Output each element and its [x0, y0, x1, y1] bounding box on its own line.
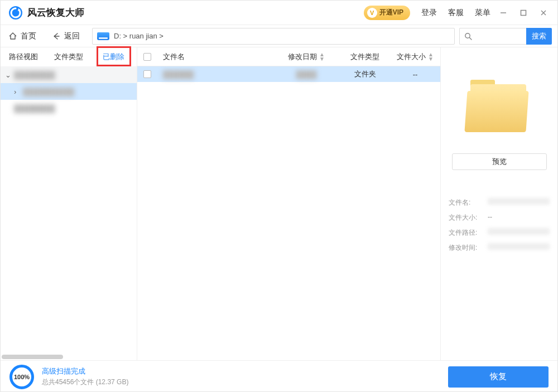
search-input[interactable]	[472, 32, 522, 40]
progress-ring: 100%	[9, 365, 34, 389]
drive-icon	[97, 32, 109, 40]
status-title: 高级扫描完成	[42, 366, 128, 376]
cell-date: ████	[296, 70, 317, 79]
left-tabs: 路径视图 文件类型 已删除	[1, 47, 137, 66]
meta-size-label: 文件大小:	[449, 213, 484, 222]
search-button[interactable]: 搜索	[526, 28, 552, 45]
back-button[interactable]: 返回	[44, 25, 88, 47]
back-label: 返回	[64, 31, 80, 41]
sort-icon: ▲▼	[428, 52, 434, 61]
checkbox-icon[interactable]	[143, 53, 151, 61]
cell-type: 文件夹	[340, 69, 390, 79]
scrollbar-thumb[interactable]	[2, 355, 63, 359]
login-link[interactable]: 登录	[421, 8, 437, 18]
meta-mtime-value	[488, 243, 550, 250]
vip-button[interactable]: V 开通VIP	[364, 6, 410, 20]
meta-filename-label: 文件名:	[449, 198, 484, 207]
close-button[interactable]	[536, 6, 551, 20]
preview-panel: 预览 文件名: 文件大小:-- 文件路径: 修改时间:	[440, 47, 557, 360]
home-icon	[8, 32, 17, 41]
tree-row[interactable]: › ██████████	[1, 83, 137, 100]
folder-tree[interactable]: ⌄ ████████ › ██████████ ████████	[1, 66, 137, 360]
back-arrow-icon	[52, 32, 61, 41]
minimize-button[interactable]	[496, 6, 511, 20]
app-logo: 风云恢复大师	[8, 6, 84, 20]
header-type[interactable]: 文件类型	[340, 47, 390, 66]
tree-row[interactable]: ⌄ ████████	[1, 66, 137, 83]
svg-rect-2	[521, 10, 526, 15]
chevron-right-icon[interactable]: ›	[14, 88, 20, 96]
app-logo-icon	[8, 6, 23, 20]
path-box[interactable]: D: > ruan jian >	[92, 28, 455, 45]
table-body[interactable]: ██████ ████ 文件夹 --	[137, 66, 440, 360]
tree-row[interactable]: ████████	[1, 100, 137, 117]
folder-preview-icon	[466, 81, 533, 137]
table-header: 文件名 修改日期▲▼ 文件类型 文件大小▲▼	[137, 47, 440, 66]
header-date[interactable]: 修改日期▲▼	[273, 47, 340, 66]
toolbar: 首页 返回 D: > ruan jian > 搜索	[1, 25, 557, 47]
meta-path-label: 文件路径:	[449, 228, 484, 238]
recover-button[interactable]: 恢复	[448, 366, 549, 388]
footer: 100% 高级扫描完成 总共45456个文件 (12.37 GB) 恢复	[1, 360, 557, 392]
meta-path-value	[488, 228, 550, 235]
chevron-down-icon[interactable]: ⌄	[5, 71, 11, 79]
vip-badge-icon: V	[367, 8, 377, 18]
header-checkbox[interactable]	[137, 47, 157, 66]
file-meta: 文件名: 文件大小:-- 文件路径: 修改时间:	[449, 192, 550, 258]
main-area: 路径视图 文件类型 已删除 ⌄ ████████ › ██████████ ██…	[1, 47, 557, 360]
file-table: 文件名 修改日期▲▼ 文件类型 文件大小▲▼ ██████ ████ 文件夹 -…	[137, 47, 440, 360]
search-box[interactable]	[459, 28, 526, 45]
home-label: 首页	[21, 31, 36, 41]
sort-icon: ▲▼	[319, 52, 325, 61]
breadcrumb: D: > ruan jian >	[114, 32, 163, 40]
vip-label: 开通VIP	[379, 8, 403, 17]
menu-link[interactable]: 菜单	[475, 8, 490, 18]
search-icon	[464, 32, 472, 40]
horizontal-scrollbar[interactable]	[1, 354, 137, 360]
home-button[interactable]: 首页	[1, 25, 44, 47]
svg-line-6	[469, 37, 472, 40]
cell-size: --	[390, 70, 440, 79]
tab-path-view[interactable]: 路径视图	[1, 47, 46, 66]
preview-button[interactable]: 预览	[452, 153, 547, 170]
maximize-button[interactable]	[516, 6, 531, 20]
header-size[interactable]: 文件大小▲▼	[390, 47, 440, 66]
tree-label: ████████	[14, 71, 55, 79]
left-panel: 路径视图 文件类型 已删除 ⌄ ████████ › ██████████ ██…	[1, 47, 137, 360]
row-checkbox[interactable]	[143, 70, 151, 78]
meta-filename-value	[488, 198, 550, 205]
meta-mtime-label: 修改时间:	[449, 243, 484, 253]
tree-label: ██████████	[23, 88, 74, 96]
tree-label: ████████	[14, 104, 55, 113]
tab-deleted[interactable]: 已删除	[91, 47, 136, 66]
status-subtitle: 总共45456个文件 (12.37 GB)	[42, 378, 128, 387]
progress-value: 100%	[14, 374, 30, 380]
tab-file-type[interactable]: 文件类型	[46, 47, 91, 66]
title-bar: 风云恢复大师 V 开通VIP 登录 客服 菜单	[1, 1, 557, 25]
app-title: 风云恢复大师	[27, 6, 84, 19]
meta-size-value: --	[488, 213, 550, 222]
header-name[interactable]: 文件名	[157, 47, 273, 66]
service-link[interactable]: 客服	[448, 8, 464, 18]
table-row[interactable]: ██████ ████ 文件夹 --	[137, 66, 440, 82]
cell-name: ██████	[163, 70, 194, 79]
